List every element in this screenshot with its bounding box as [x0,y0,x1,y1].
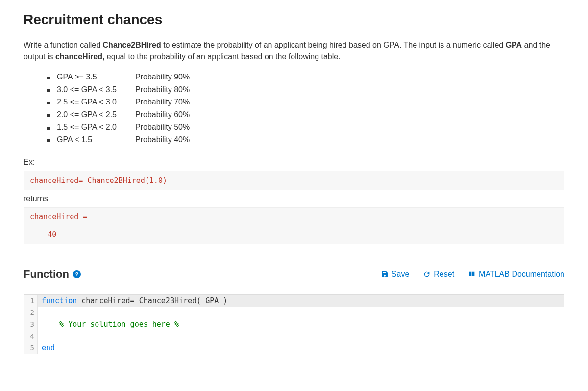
table-row: 1.5 <= GPA < 2.0 Probability 50% [47,121,564,133]
book-icon [468,270,476,278]
table-row: 2.5 <= GPA < 3.0 Probability 70% [47,96,564,108]
bullet-icon [47,139,50,142]
example-result: chanceHired = 40 [24,207,564,244]
table-row: 2.0 <= GPA < 2.5 Probability 60% [47,108,564,121]
save-button[interactable]: Save [381,270,409,279]
returns-label: returns [24,194,564,203]
table-row: GPA < 1.5 Probability 40% [47,133,564,146]
editor-line[interactable]: 3 % Your solution goes here % [24,318,564,330]
editor-line[interactable]: 5 end [24,342,564,354]
line-number: 4 [24,330,38,342]
line-number: 3 [24,318,38,330]
matlab-docs-link[interactable]: MATLAB Documentation [468,270,564,279]
page-title: Recruitment chances [24,12,564,27]
bullet-icon [47,89,50,92]
save-icon [381,270,389,278]
bullet-icon [47,127,50,130]
section-header: Function ? Save Reset MATLAB Documentati… [24,268,564,281]
section-title-text: Function [24,268,69,281]
editor-line[interactable]: 1 function chanceHired= Chance2BHired( G… [24,295,564,307]
bullet-icon [47,114,50,117]
line-number: 1 [24,295,38,307]
line-number: 5 [24,342,38,354]
reset-button[interactable]: Reset [423,270,454,279]
code-editor[interactable]: 1 function chanceHired= Chance2BHired( G… [24,294,564,354]
problem-intro: Write a function called Chance2BHired to… [24,39,564,63]
reset-icon [423,270,431,278]
table-row: 3.0 <= GPA < 3.5 Probability 80% [47,83,564,96]
editor-line[interactable]: 4 [24,330,564,342]
editor-line[interactable]: 2 [24,307,564,318]
probability-table: GPA >= 3.5 Probability 90% 3.0 <= GPA < … [47,71,564,146]
example-call: chanceHired= Chance2BHired(1.0) [24,171,564,190]
help-icon[interactable]: ? [73,270,81,278]
line-number: 2 [24,307,38,318]
example-label: Ex: [24,158,564,167]
bullet-icon [47,77,50,79]
bullet-icon [47,102,50,104]
table-row: GPA >= 3.5 Probability 90% [47,71,564,83]
